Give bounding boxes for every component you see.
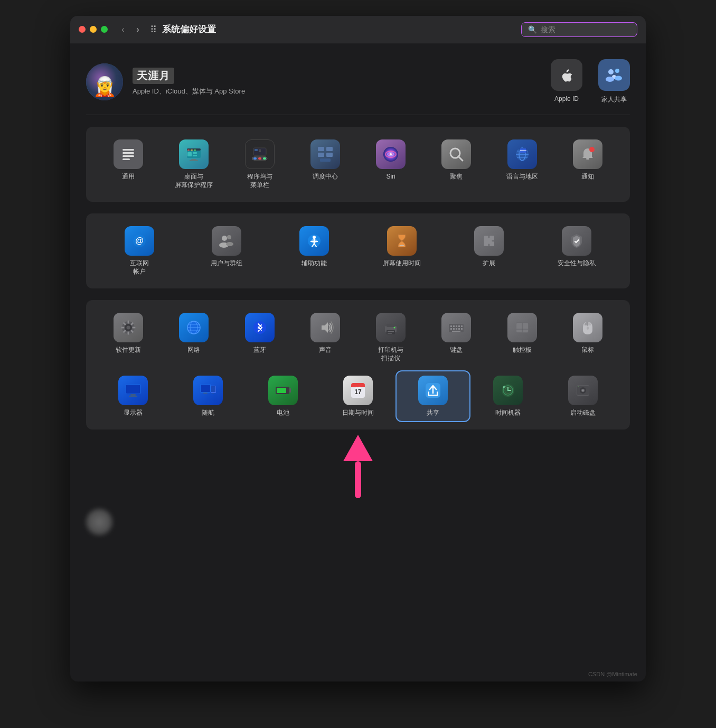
timemachine-icon — [493, 376, 523, 405]
profile-right: Apple ID 家人共享 — [551, 59, 630, 104]
svg-rect-89 — [453, 325, 455, 327]
settings-item-notifications[interactable]: 通知 — [556, 135, 619, 193]
settings-item-general[interactable]: 通用 — [97, 135, 160, 193]
svg-rect-7 — [123, 155, 134, 157]
svg-rect-91 — [458, 325, 460, 327]
svg-line-38 — [459, 157, 463, 161]
battery-icon — [268, 376, 298, 405]
settings-item-users-groups[interactable]: 用户与群组 — [184, 222, 270, 280]
settings-item-software-update[interactable]: 软件更新 — [97, 309, 160, 367]
settings-item-mouse[interactable]: 鼠标 — [556, 309, 619, 367]
svg-rect-8 — [123, 158, 130, 160]
security-label: 安全性与隐私 — [558, 259, 596, 268]
settings-item-mission-control[interactable]: 调度中心 — [294, 135, 357, 193]
spotlight-label: 聚焦 — [450, 173, 463, 181]
settings-item-trackpad[interactable]: 触控板 — [491, 309, 554, 367]
settings-item-printers[interactable]: 打印机与扫描仪 — [359, 309, 422, 367]
svg-text:17: 17 — [354, 388, 362, 396]
svg-point-54 — [226, 242, 233, 246]
svg-point-4 — [615, 76, 622, 81]
datetime-label: 日期与时间 — [342, 409, 374, 417]
settings-item-keyboard[interactable]: 键盘 — [425, 309, 488, 367]
svg-rect-93 — [450, 328, 452, 330]
section-3: 软件更新 网络 — [86, 300, 630, 430]
arrow-head — [343, 435, 373, 461]
apple-id-item[interactable]: Apple ID — [551, 59, 582, 102]
dock-label: 程序坞与菜单栏 — [247, 173, 272, 189]
search-input[interactable] — [541, 25, 630, 34]
svg-rect-6 — [123, 152, 134, 154]
arrow-pointer-container — [86, 430, 630, 503]
back-button[interactable]: ‹ — [117, 24, 129, 35]
svg-rect-47 — [586, 158, 589, 160]
settings-item-screen-time[interactable]: 屏幕使用时间 — [359, 222, 445, 280]
settings-item-language[interactable]: 语言与地区 — [491, 135, 554, 193]
username: 天涯月 — [133, 68, 174, 84]
settings-item-internet-accounts[interactable]: @ 互联网帐户 — [97, 222, 182, 280]
family-sharing-item[interactable]: 家人共享 — [598, 59, 630, 104]
settings-item-spotlight[interactable]: 聚焦 — [425, 135, 488, 193]
settings-item-battery[interactable]: 电池 — [247, 371, 319, 422]
search-bar[interactable]: 🔍 — [521, 22, 637, 37]
svg-point-1 — [615, 69, 619, 73]
accessibility-label: 辅助功能 — [302, 259, 327, 268]
svg-rect-111 — [203, 393, 208, 394]
minimize-button[interactable] — [90, 26, 97, 33]
system-preferences-window: ‹ › ⠿ 系统偏好设置 🔍 🧝 天涯月 Apple ID、iCloud、媒体与… — [70, 16, 646, 682]
battery-label: 电池 — [277, 409, 289, 417]
settings-item-startup-disk[interactable]: 启动磁盘 — [547, 371, 619, 422]
bluetooth-icon — [245, 313, 275, 342]
mouse-label: 鼠标 — [581, 346, 594, 354]
desktop-icon — [179, 139, 209, 169]
settings-item-extensions[interactable]: 扩展 — [447, 222, 532, 280]
svg-text:JUN: JUN — [355, 386, 361, 389]
settings-item-sound[interactable]: 声音 — [294, 309, 357, 367]
svg-point-36 — [390, 153, 392, 155]
sharing-icon — [418, 376, 448, 405]
internet-accounts-label: 互联网帐户 — [130, 259, 149, 276]
network-label: 网络 — [187, 346, 200, 354]
display-label: 显示器 — [124, 409, 143, 417]
display-icon — [118, 376, 148, 405]
svg-rect-27 — [259, 151, 261, 152]
settings-item-bluetooth[interactable]: 蓝牙 — [228, 309, 291, 367]
language-icon — [507, 139, 537, 169]
settings-item-network[interactable]: 网络 — [162, 309, 225, 367]
svg-rect-16 — [193, 155, 197, 156]
settings-item-display[interactable]: 显示器 — [97, 371, 169, 422]
settings-item-sidecar[interactable]: 随航 — [172, 371, 244, 422]
bottom-blurred-area — [86, 503, 630, 540]
svg-rect-20 — [253, 157, 257, 160]
svg-rect-110 — [201, 385, 210, 392]
svg-rect-14 — [187, 152, 192, 156]
profile-subtitle: Apple ID、iCloud、媒体与 App Store — [133, 87, 245, 96]
settings-item-security[interactable]: 安全性与隐私 — [534, 222, 619, 280]
settings-item-accessibility[interactable]: 辅助功能 — [271, 222, 357, 280]
svg-rect-114 — [212, 394, 214, 394]
close-button[interactable] — [79, 26, 86, 33]
sidecar-label: 随航 — [202, 409, 214, 417]
avatar[interactable]: 🧝 — [86, 63, 123, 100]
settings-item-timemachine[interactable]: 时间机器 — [472, 371, 544, 422]
svg-rect-92 — [461, 325, 463, 327]
settings-item-sharing[interactable]: 共享 — [397, 371, 469, 422]
siri-label: Siri — [386, 173, 395, 181]
settings-item-dock[interactable]: 程序坞与菜单栏 — [228, 135, 291, 193]
svg-rect-17 — [191, 159, 196, 160]
network-icon — [179, 313, 209, 342]
grid-icon[interactable]: ⠿ — [150, 24, 157, 35]
internet-accounts-icon: @ — [125, 226, 154, 256]
main-content: 🧝 天涯月 Apple ID、iCloud、媒体与 App Store Appl… — [70, 43, 646, 667]
svg-point-3 — [606, 77, 614, 82]
maximize-button[interactable] — [101, 26, 108, 33]
settings-item-desktop[interactable]: 桌面与屏幕保护程序 — [162, 135, 225, 193]
forward-button[interactable]: › — [132, 24, 144, 35]
settings-item-datetime[interactable]: 17 JUN 日期与时间 — [322, 371, 394, 422]
svg-point-104 — [587, 326, 589, 330]
accessibility-icon — [299, 226, 329, 256]
svg-line-72 — [124, 331, 125, 332]
grid-section-1: 通用 — [97, 135, 619, 193]
settings-item-siri[interactable]: Siri — [359, 135, 422, 193]
datetime-icon: 17 JUN — [343, 376, 373, 405]
svg-rect-117 — [277, 388, 286, 393]
